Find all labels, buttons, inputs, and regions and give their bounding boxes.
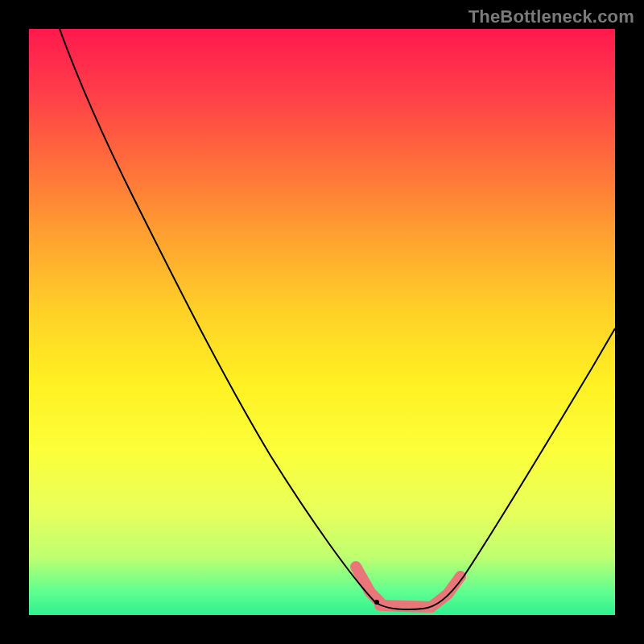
min-marker (374, 600, 379, 605)
curve-svg (29, 29, 615, 615)
highlight-right (433, 576, 460, 605)
chart-frame: TheBottleneck.com (0, 0, 644, 644)
highlight-segments (356, 567, 460, 607)
bottleneck-curve (60, 29, 615, 609)
plot-area (29, 29, 615, 615)
watermark-text: TheBottleneck.com (469, 6, 634, 27)
